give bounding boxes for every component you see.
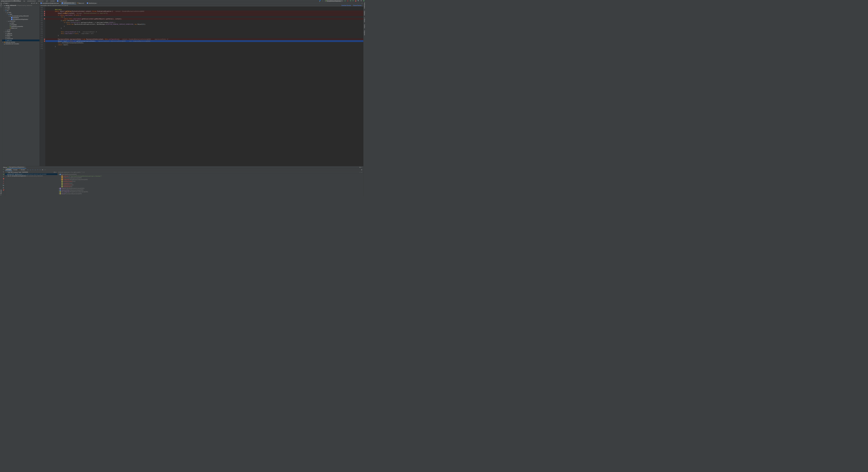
tree-row[interactable]: mpom.xml xyxy=(2,40,39,41)
collapse-icon[interactable]: ⇱ xyxy=(34,2,36,4)
user-icon[interactable]: 👤▾ xyxy=(319,0,321,2)
step-out-icon[interactable]: ⤒ xyxy=(32,169,34,171)
step-into-icon[interactable]: ⤓ xyxy=(30,169,31,171)
download-sources-link[interactable]: Download Sources xyxy=(342,5,351,6)
close-icon[interactable]: × xyxy=(75,2,75,4)
debug-hide-icon[interactable]: — xyxy=(361,167,362,168)
breakpoint-icon[interactable] xyxy=(44,11,45,12)
project-panel-title[interactable]: ▤ Project ▾ xyxy=(3,2,9,4)
profile-button[interactable]: ⟳▾ xyxy=(352,0,354,2)
breakpoint-icon[interactable] xyxy=(44,13,45,14)
tree-row[interactable]: ▾▬resources xyxy=(2,20,39,22)
endpoints-tool[interactable]: Endpoints xyxy=(364,30,365,35)
variable-row[interactable]: ▾≡this = {SpelExpression@1842} xyxy=(58,173,363,175)
close-icon[interactable]: × xyxy=(59,3,60,4)
add-watch-icon[interactable]: + xyxy=(359,171,361,173)
dropdown-icon[interactable]: ▾ xyxy=(55,171,57,173)
breakpoint-icon[interactable] xyxy=(44,15,45,16)
run-cursor-icon[interactable]: ⤒ xyxy=(37,169,39,171)
watch-input[interactable]: Evaluate expression (⏎) or add a watch (… xyxy=(58,171,84,173)
gear-icon[interactable]: ⚙ xyxy=(36,2,37,4)
tree-row[interactable]: ▬HELP.md xyxy=(2,34,39,36)
resume-button[interactable]: ▶ xyxy=(2,173,5,175)
thread-status[interactable]: "main"@1 in group "main": RUNNING xyxy=(7,171,28,173)
run-config-selector[interactable]: ✿ SpringHelloworldApplication ▾ xyxy=(325,0,343,2)
project-tool-button[interactable]: 1: Project xyxy=(0,2,1,7)
variables-tree[interactable]: ▾≡this = {SpelExpression@1842}▸fexpressi… xyxy=(58,173,363,197)
tree-row[interactable]: CHelloWorld xyxy=(2,17,39,19)
pin-button[interactable]: 📌 xyxy=(2,189,5,191)
editor-tab[interactable]: ⊞Beans.xml× xyxy=(76,2,86,4)
tree-row[interactable]: ✿application.properties xyxy=(2,25,39,27)
tree-row[interactable]: ▬mvnw xyxy=(2,36,39,38)
layout-button[interactable]: ⊞ xyxy=(2,186,5,189)
actuator-tab[interactable]: ⬡ Actuator xyxy=(18,169,26,171)
variable-row[interactable]: ffailedAttempts = 0 xyxy=(58,186,363,187)
variable-row[interactable]: ▸fexpression = "T(java.lang.Runtime).get… xyxy=(58,175,363,177)
stop-debug-button[interactable] xyxy=(2,178,5,180)
debugger-tab[interactable]: Debugger xyxy=(5,169,12,171)
frame-row[interactable]: ↪getValue:265, SpelExpression (org.sprin… xyxy=(5,173,58,175)
variable-row[interactable]: finterpretedCount = 0 xyxy=(58,184,363,186)
structure-tool-button[interactable]: 7: Structure xyxy=(0,189,1,196)
tree-row[interactable]: ▸▬target xyxy=(2,31,39,32)
tree-row[interactable]: ▬static xyxy=(2,22,39,24)
hide-icon[interactable]: — xyxy=(37,2,39,4)
force-step-icon[interactable]: ⤓ xyxy=(34,169,36,171)
tree-row[interactable]: ▬Scratches and Consoles xyxy=(2,43,39,45)
editor-tab[interactable]: CSpelExpression.class× xyxy=(61,2,76,4)
filter-icon[interactable]: ▼ xyxy=(53,171,55,173)
build-icon[interactable]: ⤵ xyxy=(322,0,324,2)
debug-button[interactable]: 🐞 xyxy=(347,0,349,2)
tree-row[interactable]: CSpringHelloworldApplication xyxy=(2,19,39,20)
database-tool[interactable]: Database xyxy=(364,11,365,16)
tree-row[interactable]: ▾▬main xyxy=(2,11,39,13)
variable-row[interactable]: ▸∞this.configuration = {SpelParserConfig… xyxy=(58,191,363,193)
mute-bp-button[interactable]: ⊘ xyxy=(2,182,5,184)
tree-row[interactable]: ▸▦External Libraries xyxy=(2,41,39,43)
breakpoint-icon[interactable] xyxy=(44,40,45,41)
tree-row[interactable]: ▾▬src xyxy=(2,10,39,11)
variable-row[interactable]: fcompiledAst = null xyxy=(58,182,363,184)
tree-row[interactable]: ▬mvnw.cmd xyxy=(2,38,39,40)
breakpoint-icon[interactable] xyxy=(44,39,45,40)
notifications-tool[interactable]: Notifications xyxy=(364,2,365,8)
avatar[interactable]: ⬢ xyxy=(363,0,365,2)
pause-button[interactable]: ‖ xyxy=(2,175,5,178)
editor-tab[interactable]: CHelloWorld.java× xyxy=(86,2,98,4)
rerun-button[interactable]: ↻ xyxy=(2,169,5,171)
modify-button[interactable]: ✎ xyxy=(2,171,5,173)
breadcrumb-jar[interactable]: spring-expression-5.1.9.RELEASE.jar xyxy=(1,0,21,1)
threads-icon[interactable]: ⊞ xyxy=(361,169,363,171)
variable-row[interactable]: ▸fast = {CompoundExpression@1844} xyxy=(58,177,363,179)
code-editor[interactable]: 1561571581591601611621631641651661671681… xyxy=(40,7,363,166)
maven-tool[interactable]: m Maven xyxy=(364,18,365,22)
tree-row[interactable]: ▬templates xyxy=(2,24,39,25)
gutter-marks[interactable] xyxy=(43,7,45,166)
project-tree[interactable]: ▾▬spring_helloworld~/Projects/spring_hel… xyxy=(2,4,39,166)
variable-row[interactable]: ▸fconfiguration = {SpelParserConfigurati… xyxy=(58,179,363,180)
frame-row[interactable]: ↪main:23, SpringHelloworldApplication (c… xyxy=(5,175,58,177)
variable-row[interactable]: ▸pcontext = {StandardEvaluationContext@1… xyxy=(58,187,363,189)
search-button[interactable]: 🔍 xyxy=(358,0,360,2)
tree-row[interactable]: ▸▬.idea xyxy=(2,6,39,8)
camera-button[interactable]: 📷 xyxy=(2,184,5,186)
evaluate-icon[interactable]: ⤻ xyxy=(39,169,41,171)
scieview-tool[interactable]: SciView xyxy=(364,24,365,28)
tree-row[interactable]: ▸▬.mvn xyxy=(2,8,39,10)
console-tab[interactable]: Console xyxy=(12,169,18,171)
watch-dropdown-icon[interactable]: ▾ xyxy=(361,171,363,173)
tree-row[interactable]: ▾▬java xyxy=(2,13,39,15)
debug-config-tab[interactable]: ✿ SpringHelloworldApplication × xyxy=(7,166,26,169)
code-lines[interactable]: @Nullable public Object getValue(Evaluat… xyxy=(45,7,363,166)
variable-row[interactable]: fevaluationContext = null xyxy=(58,180,363,182)
tree-row[interactable]: ⊞Beans.xml xyxy=(2,27,39,29)
coverage-button[interactable]: ⬔ xyxy=(350,0,351,2)
locate-icon[interactable]: ⊕ xyxy=(31,2,32,4)
expand-icon[interactable]: ⇲ xyxy=(32,2,34,4)
close-icon[interactable]: × xyxy=(97,3,98,4)
variable-row[interactable]: ▸≡expressionState = {ExpressionState@185… xyxy=(58,189,363,191)
frames-list[interactable]: ↪getValue:265, SpelExpression (org.sprin… xyxy=(5,173,58,197)
settings-button[interactable]: ⚙ xyxy=(361,0,362,2)
step-over-icon[interactable]: ≡ xyxy=(27,169,29,171)
